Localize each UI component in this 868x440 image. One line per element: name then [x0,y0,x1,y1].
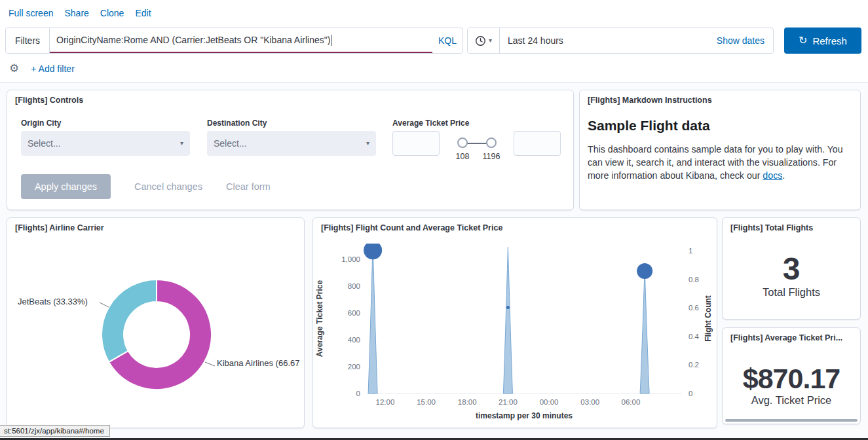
ticket-price-label: Average Ticket Price [392,119,469,128]
chevron-down-icon: ▾ [489,37,492,44]
browser-status-url: st:5601/zjx/app/kibana#/home [0,425,110,437]
svg-text:1: 1 [689,247,692,255]
svg-text:03:00: 03:00 [580,398,599,406]
docs-link[interactable]: docs [763,170,782,181]
apply-changes-button[interactable]: Apply changes [21,174,111,199]
panel-scrollbar[interactable] [725,419,858,422]
query-bar-row: Filters OriginCityName:Rome AND (Carrier… [5,28,861,54]
panel-flight-count-avg-price: [Flights] Flight Count and Average Ticke… [312,217,717,428]
svg-text:600: 600 [348,309,360,317]
svg-text:timestamp per 30 minutes: timestamp per 30 minutes [476,411,573,420]
add-filter-link[interactable]: + Add filter [31,64,75,74]
destination-city-select[interactable]: Select... ▾ [207,131,376,156]
destination-city-placeholder: Select... [214,138,247,149]
time-picker: ▾ Last 24 hours Show dates [467,28,774,54]
svg-text:200: 200 [348,363,360,371]
svg-text:400: 400 [348,336,360,344]
svg-text:0.4: 0.4 [689,333,700,340]
panel-markdown-instructions: [Flights] Markdown Instructions Sample F… [579,90,861,210]
clock-icon [475,35,486,46]
origin-city-select[interactable]: Select... ▾ [21,131,190,156]
svg-text:Average Ticket Price: Average Ticket Price [315,280,324,357]
chevron-down-icon: ▾ [366,140,369,147]
destination-city-label: Destination City [207,119,267,128]
panel-title[interactable]: [Flights] Markdown Instructions [588,96,712,105]
refresh-button[interactable]: ↻ Refresh [784,28,861,54]
text-cursor [331,35,331,46]
panel-title[interactable]: [Flights] Total Flights [730,223,813,232]
svg-text:21:00: 21:00 [499,398,518,406]
origin-city-label: Origin City [21,119,61,128]
refresh-label: Refresh [812,35,847,46]
svg-text:Flight Count: Flight Count [704,295,713,342]
dashboard-grid: [Flights] Controls Origin City Select...… [0,83,868,440]
svg-text:0.2: 0.2 [689,361,699,369]
controls-buttons: Apply changes Cancel changes Clear form [21,174,271,199]
refresh-icon: ↻ [799,35,807,46]
time-quick-select-button[interactable]: ▾ [468,28,500,53]
menu-clone[interactable]: Clone [100,8,124,18]
menu-edit[interactable]: Edit [135,8,151,18]
dashboard-header: Full screen Share Clone Edit Filters Ori… [0,0,868,83]
svg-text:800: 800 [348,282,360,290]
total-flights-label: Total Flights [723,286,860,299]
svg-text:15:00: 15:00 [417,398,436,406]
panel-average-ticket-price: [Flights] Average Ticket Pri... $870.17 … [722,327,861,424]
svg-text:12:00: 12:00 [376,398,395,406]
panel-title[interactable]: [Flights] Average Ticket Pri... [730,333,842,342]
filter-row: ⚙ + Add filter [9,63,75,74]
markdown-text: This dashboard contains sample data for … [588,144,843,181]
panel-flights-controls: [Flights] Controls Origin City Select...… [7,90,574,210]
avg-ticket-price-value: $870.17 [723,363,860,395]
kql-language-button[interactable]: KQL [432,28,462,53]
panel-title[interactable]: [Flights] Flight Count and Average Ticke… [321,223,502,232]
svg-text:0: 0 [356,390,360,397]
svg-text:18:00: 18:00 [458,398,477,406]
price-slider-min-handle[interactable] [457,138,468,148]
search-query-input[interactable]: OriginCityName:Rome AND (Carrier:JetBeat… [50,28,432,53]
pie-slice-label-jetbeats: JetBeats (33.33%) [18,297,88,306]
filters-button[interactable]: Filters [6,28,50,53]
price-max-input[interactable] [514,131,561,156]
cancel-changes-button[interactable]: Cancel changes [134,181,202,192]
chevron-down-icon: ▾ [180,140,183,147]
menu-share[interactable]: Share [64,8,88,18]
price-min-value: 108 [448,152,477,161]
clear-form-button[interactable]: Clear form [226,181,271,192]
dashboard-top-menu: Full screen Share Clone Edit [9,8,151,18]
svg-text:06:00: 06:00 [622,398,641,406]
query-bar: Filters OriginCityName:Rome AND (Carrier… [5,28,463,54]
airline-carrier-donut-chart[interactable] [7,218,305,428]
price-min-input[interactable] [392,131,440,156]
total-flights-value: 3 [723,251,860,287]
kibana-dashboard: Full screen Share Clone Edit Filters Ori… [0,0,868,440]
panel-airline-carrier: [Flights] Airline Carrier JetBeats (33.3… [7,217,305,428]
markdown-text-end: . [782,170,785,181]
svg-text:1,000: 1,000 [341,255,360,263]
filter-settings-gear-icon[interactable]: ⚙ [9,63,19,74]
panel-total-flights: [Flights] Total Flights 3 Total Flights [722,217,861,320]
avg-ticket-price-label: Avg. Ticket Price [723,394,860,407]
markdown-heading: Sample Flight data [588,118,710,134]
time-range-label[interactable]: Last 24 hours [500,35,717,46]
svg-text:0.8: 0.8 [689,276,699,284]
show-dates-link[interactable]: Show dates [717,35,773,46]
markdown-body: This dashboard contains sample data for … [588,143,852,182]
price-slider-max-handle[interactable] [486,138,497,148]
origin-city-placeholder: Select... [28,138,61,149]
panel-title[interactable]: [Flights] Airline Carrier [15,223,104,232]
menu-full-screen[interactable]: Full screen [9,8,53,18]
svg-text:00:00: 00:00 [540,398,559,406]
flight-count-area-chart[interactable]: 02004006008001,00000.20.40.60.8112:0015:… [313,236,717,426]
svg-text:0: 0 [689,390,692,397]
pie-slice-label-kibana-airlines: Kibana Airlines (66.67 [217,358,299,368]
query-text: OriginCityName:Rome AND (Carrier:JetBeat… [56,35,330,45]
panel-title[interactable]: [Flights] Controls [15,96,83,105]
svg-text:0.6: 0.6 [689,304,699,312]
price-max-value: 1196 [477,152,506,161]
